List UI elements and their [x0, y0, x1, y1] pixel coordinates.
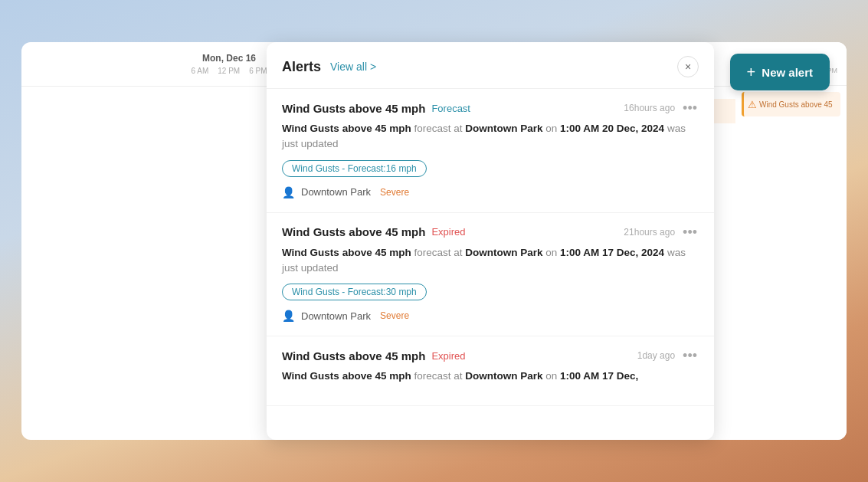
- alert-body-3: Wind Gusts above 45 mph forecast at Down…: [282, 369, 699, 384]
- alert-time-2: 21hours ago: [624, 227, 675, 238]
- alert-location-bold-1: Downtown Park: [465, 123, 542, 134]
- alert-connector-1: forecast at: [414, 123, 465, 134]
- location-icon-2: 👤: [282, 310, 295, 322]
- right-event-text: Wind Gusts above 45: [759, 100, 833, 109]
- right-warning-icon: ⚠: [748, 99, 757, 110]
- alert-time-1: 16hours ago: [624, 103, 675, 113]
- cal-time: 6 AM: [188, 67, 211, 75]
- alert-body-1: Wind Gusts above 45 mph forecast at Down…: [282, 121, 699, 152]
- alert-status-3: Expired: [431, 349, 465, 362]
- alert-location-bold-3: Downtown Park: [465, 370, 542, 382]
- new-alert-button[interactable]: + New alert: [730, 54, 830, 90]
- alert-location-1: Downtown Park: [301, 186, 371, 198]
- alert-badge-2: Wind Gusts - Forecast:30 mph: [282, 284, 427, 300]
- alert-on-1: on: [545, 123, 560, 134]
- alerts-title: Alerts: [282, 59, 321, 75]
- alert-bold-name-1: Wind Gusts above 45 mph: [282, 123, 411, 134]
- alert-severity-1: Severe: [380, 187, 409, 198]
- alert-more-button-1[interactable]: •••: [681, 101, 699, 115]
- alert-item-3: Wind Gusts above 45 mph Expired 1day ago…: [267, 336, 714, 406]
- alert-name-2: Wind Gusts above 45 mph: [282, 225, 425, 238]
- view-all-link[interactable]: View all >: [330, 61, 376, 73]
- alert-time-3: 1day ago: [637, 350, 675, 361]
- right-event-bar[interactable]: ⚠ Wind Gusts above 45: [742, 92, 840, 116]
- alert-date-bold-1: 1:00 AM 20 Dec, 2024: [560, 123, 664, 134]
- alert-bold-name-2: Wind Gusts above 45 mph: [282, 247, 411, 258]
- alert-bold-name-3: Wind Gusts above 45 mph: [282, 370, 411, 382]
- alert-footer-2: 👤 Downtown Park Severe: [282, 310, 699, 322]
- alert-header-1: Wind Gusts above 45 mph Forecast 16hours…: [282, 101, 699, 115]
- alerts-header: Alerts View all > ×: [267, 42, 714, 89]
- alert-footer-1: 👤 Downtown Park Severe: [282, 186, 699, 198]
- close-button[interactable]: ×: [677, 56, 699, 77]
- alert-date-bold-2: 1:00 AM 17 Dec, 2024: [560, 247, 664, 258]
- new-alert-label: New alert: [762, 66, 813, 79]
- alert-on-2: on: [545, 247, 560, 258]
- alert-more-button-2[interactable]: •••: [681, 225, 699, 239]
- alert-connector-2: forecast at: [414, 247, 465, 258]
- alert-more-button-3[interactable]: •••: [681, 349, 699, 362]
- alert-status-1: Forecast: [431, 102, 470, 115]
- alert-name-3: Wind Gusts above 45 mph: [282, 349, 425, 362]
- alert-location-2: Downtown Park: [301, 310, 371, 322]
- alert-badge-1: Wind Gusts - Forecast:16 mph: [282, 160, 427, 177]
- alert-item-2: Wind Gusts above 45 mph Expired 21hours …: [267, 213, 714, 337]
- alert-connector-3: forecast at: [414, 370, 465, 382]
- alerts-panel: Alerts View all > × Wind Gusts above 45 …: [267, 42, 714, 440]
- alert-item-1: Wind Gusts above 45 mph Forecast 16hours…: [267, 89, 714, 213]
- alert-location-bold-2: Downtown Park: [465, 247, 542, 258]
- alert-date-bold-3: 1:00 AM 17 Dec,: [560, 370, 638, 382]
- plus-icon: +: [747, 64, 756, 80]
- alert-header-3: Wind Gusts above 45 mph Expired 1day ago…: [282, 349, 699, 362]
- alert-header-2: Wind Gusts above 45 mph Expired 21hours …: [282, 225, 699, 239]
- right-cal-body: ⚠ Wind Gusts above 45: [735, 86, 847, 147]
- cal-time: 12 PM: [215, 67, 243, 75]
- alert-severity-2: Severe: [380, 310, 409, 321]
- alerts-body: Wind Gusts above 45 mph Forecast 16hours…: [267, 89, 714, 440]
- alert-body-2: Wind Gusts above 45 mph forecast at Down…: [282, 245, 699, 277]
- alert-on-3: on: [545, 370, 560, 382]
- alert-status-2: Expired: [431, 225, 465, 238]
- right-cal-strip: Fri, Dec 20 6 AM 12 PM 6 PM ⚠ Wind Gusts…: [735, 42, 847, 440]
- alert-name-1: Wind Gusts above 45 mph: [282, 102, 425, 115]
- location-icon-1: 👤: [282, 186, 295, 198]
